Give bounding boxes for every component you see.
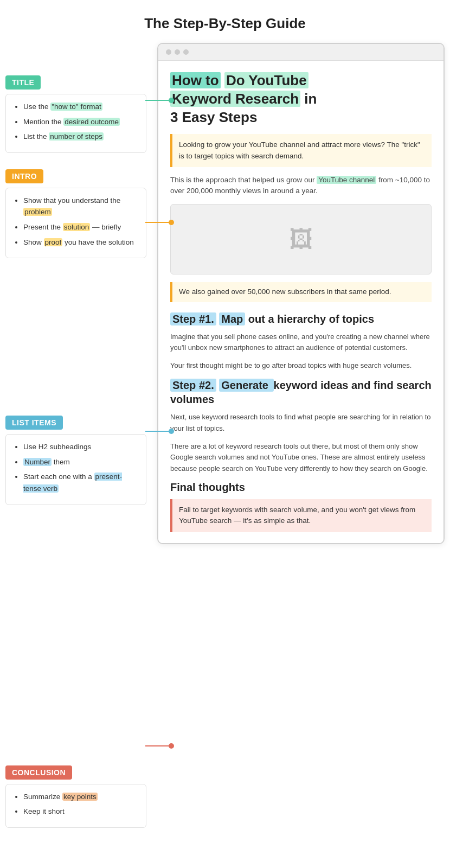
title-keyword-research: Keyword Research [170,91,300,107]
step1-map: Map [219,312,245,326]
conclusion-item-1: Summarize key points [23,791,138,803]
intro-highlight-box: Looking to grow your YouTube channel and… [170,134,432,167]
page-wrapper: The Step-By-Step Guide TITLE Use the "ho… [0,0,450,868]
conclusion-highlight-box: Fail to target keywords with search volu… [170,499,432,532]
final-thoughts-heading: Final thoughts [170,481,432,494]
list-items-label: LIST ITEMS [5,416,63,430]
highlight-problem: problem [23,208,52,216]
highlight-present-tense: present-tense verb [23,473,122,493]
title-do-youtube: Do YouTube [224,72,308,88]
intro-label: INTRO [5,169,43,183]
intro-box: Show that you understand the problem Pre… [5,188,146,258]
title-item-2: Mention the desired outcome [23,116,138,128]
title-label: TITLE [5,75,41,90]
step1-heading: Step #1. Map out a hierarchy of topics [170,312,432,326]
intro-box-text: Looking to grow your YouTube channel and… [179,141,420,159]
conclusion-item-2: Keep it short [23,806,138,818]
list-items-section: LIST ITEMS Use H2 subheadings Number the… [5,416,146,505]
list-item-2: Number them [23,456,138,468]
title-item-3: List the number of steps [23,131,138,143]
title-section: TITLE Use the "how to" format Mention th… [5,75,146,153]
browser-content: How to Do YouTube Keyword Research in 3 … [158,61,443,543]
browser-dot-2 [175,49,180,55]
image-icon: 🖼 [289,226,313,253]
list-item-1: Use H2 subheadings [23,441,138,453]
caption-box: We also gained over 50,000 new subscribe… [170,282,432,302]
highlight-number-steps: number of steps [49,132,104,141]
left-panel: TITLE Use the "how to" format Mention th… [5,43,152,844]
list-item-3: Start each one with a present-tense verb [23,471,138,494]
highlight-proof: proof [44,238,63,246]
article-title: How to Do YouTube Keyword Research in 3 … [170,72,432,126]
step1-p1: Imagine that you sell phone cases online… [170,331,432,354]
conclusion-text: Fail to target keywords with search volu… [179,506,415,525]
conclusion-label: CONCLUSION [5,765,72,780]
intro-section: INTRO Show that you understand the probl… [5,169,146,258]
page-title: The Step-By-Step Guide [0,0,450,43]
intro-item-2: Present the solution — briefly [23,221,138,233]
step2-label: Step #2. [170,379,216,392]
intro-item-1: Show that you understand the problem [23,195,138,218]
browser-bar [158,44,443,61]
step2-generate: Generate [219,379,273,392]
highlight-solution: solution [63,223,91,231]
list-items-box: Use H2 subheadings Number them Start eac… [5,434,146,505]
intro-item-3: Show proof you have the solution [23,237,138,248]
main-layout: TITLE Use the "how to" format Mention th… [0,43,450,866]
title-item-1: Use the "how to" format [23,101,138,113]
step1-label: Step #1. [170,312,216,326]
step2-p1: Next, use keyword research tools to find… [170,412,432,435]
title-box: Use the "how to" format Mention the desi… [5,94,146,153]
conclusion-section: CONCLUSION Summarize key points Keep it … [5,765,146,828]
browser-dot-1 [166,49,171,55]
highlight-key-points: key points [62,793,98,801]
title-easy-steps: 3 Easy Steps [170,109,257,125]
caption-text: We also gained over 50,000 new subscribe… [179,288,391,296]
highlight-number: Number [23,458,52,466]
step2-p2: There are a lot of keyword research tool… [170,441,432,475]
step2-heading: Step #2. Generate keyword ideas and find… [170,378,432,406]
step1-p2: Your first thought might be to go after … [170,360,432,372]
conclusion-box: Summarize key points Keep it short [5,784,146,828]
intro-para-text: This is the approach that helped us grow… [170,176,430,195]
intro-paragraph: This is the approach that helped us grow… [170,175,432,197]
hl-youtube-channel: YouTube channel [317,176,376,184]
highlight-desired-outcome: desired outcome [63,118,120,126]
highlight-how-to: "how to" format [50,103,102,111]
browser-dot-3 [183,49,189,55]
image-placeholder: 🖼 [170,204,432,275]
browser-window: How to Do YouTube Keyword Research in 3 … [157,43,445,544]
title-how-to: How to [170,72,224,88]
